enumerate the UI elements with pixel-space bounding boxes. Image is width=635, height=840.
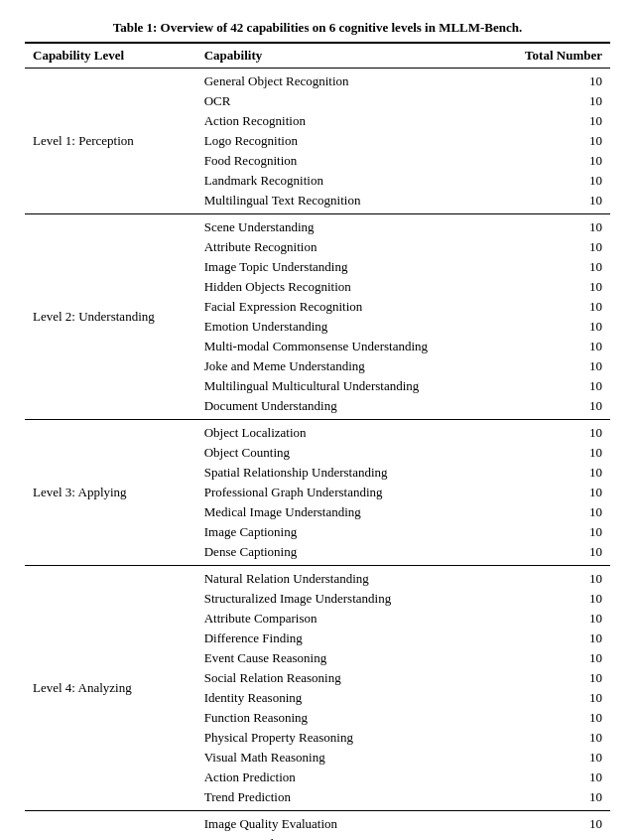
count-cell: 10 xyxy=(494,111,610,131)
count-cell: 10 xyxy=(494,151,610,171)
header-total: Total Number xyxy=(494,43,610,69)
capability-cell: Action Prediction xyxy=(196,768,494,787)
capability-cell: Facial Expression Recognition xyxy=(196,297,494,317)
count-cell: 10 xyxy=(494,337,610,356)
capability-cell: Logo Recognition xyxy=(196,131,494,151)
count-cell: 10 xyxy=(494,834,610,840)
count-cell: 10 xyxy=(494,609,610,629)
count-cell: 10 xyxy=(494,748,610,768)
table-row: Level 3: ApplyingObject Localization10 xyxy=(25,420,610,444)
count-cell: 10 xyxy=(494,420,610,444)
capability-cell: Multilingual Text Recognition xyxy=(196,191,494,214)
capability-cell: Damage Evaluation xyxy=(196,834,494,840)
capability-cell: Food Recognition xyxy=(196,151,494,171)
capability-cell: Visual Math Reasoning xyxy=(196,748,494,768)
count-cell: 10 xyxy=(494,376,610,396)
count-cell: 10 xyxy=(494,91,610,111)
capability-cell: Attribute Comparison xyxy=(196,609,494,629)
header-capability: Capability xyxy=(196,43,494,69)
table-row: Level 1: PerceptionGeneral Object Recogn… xyxy=(25,69,610,92)
header-level: Capability Level xyxy=(25,43,196,69)
count-cell: 10 xyxy=(494,483,610,502)
count-cell: 10 xyxy=(494,396,610,420)
capability-cell: Attribute Recognition xyxy=(196,237,494,257)
count-cell: 10 xyxy=(494,522,610,542)
count-cell: 10 xyxy=(494,356,610,376)
capability-cell: Image Topic Understanding xyxy=(196,257,494,277)
capability-cell: Joke and Meme Understanding xyxy=(196,356,494,376)
count-cell: 10 xyxy=(494,191,610,214)
capability-cell: Physical Property Reasoning xyxy=(196,728,494,748)
count-cell: 10 xyxy=(494,297,610,317)
table-row: Level 5: EvaluationImage Quality Evaluat… xyxy=(25,811,610,835)
capability-cell: Difference Finding xyxy=(196,629,494,648)
count-cell: 10 xyxy=(494,648,610,668)
capability-cell: Image Captioning xyxy=(196,522,494,542)
capability-cell: Trend Prediction xyxy=(196,787,494,811)
capability-cell: Landmark Recognition xyxy=(196,171,494,191)
capability-cell: Hidden Objects Recognition xyxy=(196,277,494,297)
capability-cell: Function Reasoning xyxy=(196,708,494,728)
table-container: Table 1: Overview of 42 capabilities on … xyxy=(25,20,610,840)
capability-cell: Event Cause Reasoning xyxy=(196,648,494,668)
main-table: Capability Level Capability Total Number… xyxy=(25,42,610,840)
count-cell: 10 xyxy=(494,463,610,483)
capability-cell: Scene Understanding xyxy=(196,214,494,238)
count-cell: 10 xyxy=(494,668,610,688)
count-cell: 10 xyxy=(494,443,610,463)
capability-cell: Multilingual Multicultural Understanding xyxy=(196,376,494,396)
level-cell: Level 5: Evaluation xyxy=(25,811,196,841)
count-cell: 10 xyxy=(494,768,610,787)
header-row: Capability Level Capability Total Number xyxy=(25,43,610,69)
count-cell: 10 xyxy=(494,237,610,257)
capability-cell: Natural Relation Understanding xyxy=(196,566,494,590)
capability-cell: Multi-modal Commonsense Understanding xyxy=(196,337,494,356)
count-cell: 10 xyxy=(494,317,610,337)
capability-cell: General Object Recognition xyxy=(196,69,494,92)
capability-cell: Identity Reasoning xyxy=(196,688,494,708)
count-cell: 10 xyxy=(494,708,610,728)
capability-cell: Professional Graph Understanding xyxy=(196,483,494,502)
capability-cell: Structuralized Image Understanding xyxy=(196,589,494,609)
count-cell: 10 xyxy=(494,171,610,191)
count-cell: 10 xyxy=(494,787,610,811)
level-cell: Level 3: Applying xyxy=(25,420,196,566)
count-cell: 10 xyxy=(494,277,610,297)
count-cell: 10 xyxy=(494,811,610,835)
table-row: Level 2: UnderstandingScene Understandin… xyxy=(25,214,610,238)
capability-cell: Social Relation Reasoning xyxy=(196,668,494,688)
count-cell: 10 xyxy=(494,542,610,566)
table-row: Level 4: AnalyzingNatural Relation Under… xyxy=(25,566,610,590)
count-cell: 10 xyxy=(494,589,610,609)
count-cell: 10 xyxy=(494,629,610,648)
count-cell: 10 xyxy=(494,214,610,238)
table-title: Table 1: Overview of 42 capabilities on … xyxy=(25,20,610,36)
capability-cell: OCR xyxy=(196,91,494,111)
capability-cell: Object Counting xyxy=(196,443,494,463)
level-cell: Level 1: Perception xyxy=(25,69,196,214)
count-cell: 10 xyxy=(494,502,610,522)
capability-cell: Object Localization xyxy=(196,420,494,444)
count-cell: 10 xyxy=(494,728,610,748)
capability-cell: Image Quality Evaluation xyxy=(196,811,494,835)
capability-cell: Emotion Understanding xyxy=(196,317,494,337)
count-cell: 10 xyxy=(494,566,610,590)
count-cell: 10 xyxy=(494,257,610,277)
level-cell: Level 2: Understanding xyxy=(25,214,196,420)
count-cell: 10 xyxy=(494,69,610,92)
count-cell: 10 xyxy=(494,131,610,151)
capability-cell: Spatial Relationship Understanding xyxy=(196,463,494,483)
count-cell: 10 xyxy=(494,688,610,708)
capability-cell: Dense Captioning xyxy=(196,542,494,566)
capability-cell: Document Understanding xyxy=(196,396,494,420)
capability-cell: Medical Image Understanding xyxy=(196,502,494,522)
capability-cell: Action Recognition xyxy=(196,111,494,131)
level-cell: Level 4: Analyzing xyxy=(25,566,196,811)
